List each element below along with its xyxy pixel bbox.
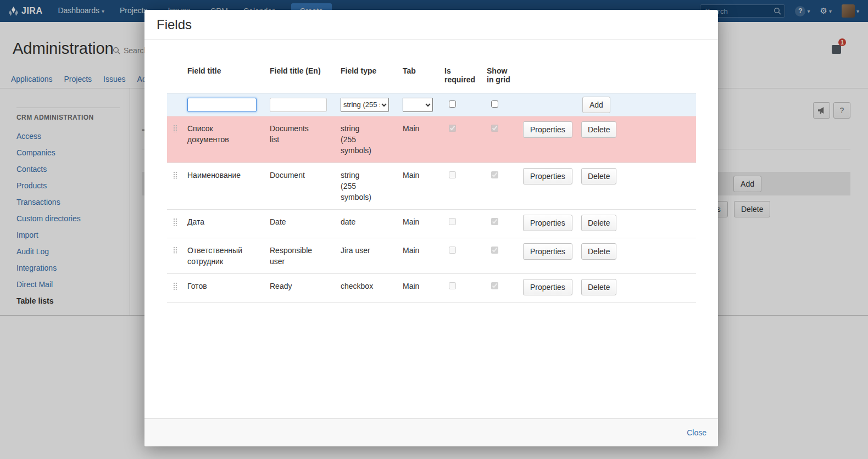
field-type: checkbox — [341, 281, 373, 292]
col-field-type: Field type — [341, 62, 403, 84]
field-type: string (255 symbols) — [341, 123, 376, 156]
dialog-header: Fields — [144, 10, 718, 40]
delete-button[interactable]: Delete — [581, 279, 616, 295]
new-field-type-select[interactable]: string (255 symbols) — [341, 98, 389, 112]
properties-button[interactable]: Properties — [523, 168, 572, 184]
new-field-required-checkbox[interactable] — [449, 100, 456, 108]
fields-dialog: Fields Field title Field title (En) Fiel… — [144, 10, 718, 446]
field-title-en: Responsible user — [270, 245, 317, 267]
fields-table: Field title Field title (En) Field type … — [167, 62, 696, 303]
required-checkbox — [449, 125, 456, 132]
table-row: Готов Ready checkbox Main Properties Del… — [167, 274, 696, 303]
field-type: string (255 symbols) — [341, 170, 376, 203]
col-field-title-en: Field title (En) — [270, 62, 341, 84]
table-row: Список документов Documents list string … — [167, 116, 696, 163]
field-type: Jira user — [341, 245, 370, 256]
properties-button[interactable]: Properties — [523, 121, 572, 138]
field-title-en: Documents list — [270, 123, 317, 145]
add-field-button[interactable]: Add — [582, 97, 610, 113]
table-row: Ответственный сотрудник Responsible user… — [167, 238, 696, 274]
drag-handle-icon[interactable] — [173, 218, 177, 226]
new-field-row: string (255 symbols) Add — [167, 93, 696, 116]
properties-button[interactable]: Properties — [523, 243, 572, 260]
table-header-row: Field title Field title (En) Field type … — [167, 62, 696, 93]
col-is-required: Is required — [444, 62, 487, 93]
field-tab: Main — [403, 124, 419, 133]
new-field-tab-select[interactable] — [403, 98, 433, 112]
grid-checkbox — [491, 282, 498, 289]
grid-checkbox — [491, 247, 498, 254]
new-field-title-input[interactable] — [187, 98, 257, 112]
grid-checkbox — [491, 171, 498, 178]
dialog-footer: Close — [144, 418, 718, 446]
properties-button[interactable]: Properties — [523, 279, 572, 295]
field-title-en: Date — [270, 216, 286, 227]
new-field-title-en-input[interactable] — [270, 98, 327, 112]
field-tab: Main — [403, 246, 419, 255]
required-checkbox — [449, 171, 456, 178]
new-field-grid-checkbox[interactable] — [491, 100, 498, 108]
table-row: Наименование Document string (255 symbol… — [167, 163, 696, 210]
field-title-en: Document — [270, 170, 305, 181]
col-tab: Tab — [403, 62, 444, 84]
field-tab: Main — [403, 171, 419, 180]
drag-handle-icon[interactable] — [173, 247, 177, 254]
drag-handle-icon[interactable] — [173, 171, 177, 179]
required-checkbox — [449, 247, 456, 254]
dialog-title: Fields — [157, 17, 192, 32]
field-title: Список документов — [187, 123, 252, 145]
field-tab: Main — [403, 217, 419, 226]
field-title: Наименование — [187, 170, 241, 181]
properties-button[interactable]: Properties — [523, 215, 572, 231]
col-field-title: Field title — [187, 62, 270, 84]
close-button[interactable]: Close — [687, 428, 706, 437]
delete-button[interactable]: Delete — [581, 168, 616, 184]
field-type: date — [341, 216, 355, 227]
delete-button[interactable]: Delete — [581, 121, 616, 138]
col-show-in-grid: Show in grid — [487, 62, 523, 93]
delete-button[interactable]: Delete — [581, 215, 616, 231]
drag-handle-icon[interactable] — [173, 282, 177, 290]
field-title: Ответственный сотрудник — [187, 245, 252, 267]
dialog-body: Field title Field title (En) Field type … — [144, 40, 718, 418]
table-row: Дата Date date Main Properties Delete — [167, 210, 696, 238]
grid-checkbox — [491, 125, 498, 132]
required-checkbox — [449, 282, 456, 289]
required-checkbox — [449, 218, 456, 225]
field-title: Готов — [187, 281, 207, 292]
drag-handle-icon[interactable] — [173, 125, 177, 132]
field-title-en: Ready — [270, 281, 292, 292]
grid-checkbox — [491, 218, 498, 225]
field-title: Дата — [187, 216, 204, 227]
delete-button[interactable]: Delete — [581, 243, 616, 260]
field-tab: Main — [403, 282, 419, 290]
